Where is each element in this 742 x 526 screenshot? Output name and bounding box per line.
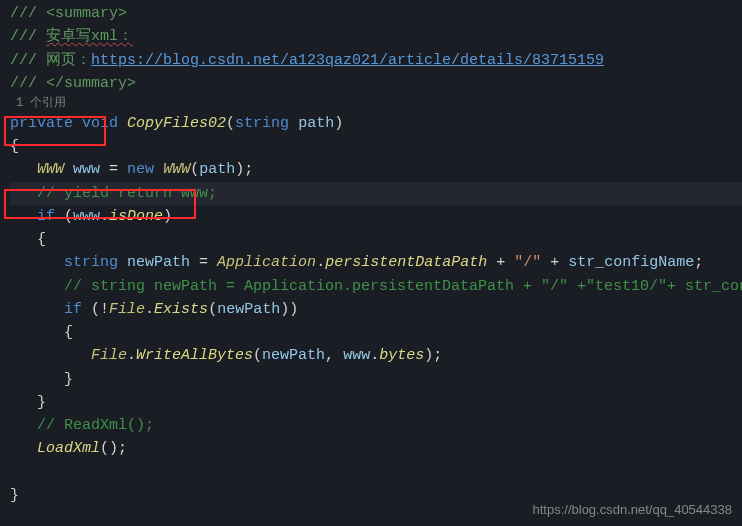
comment-newpath-alt: // string newPath = Application.persiste… <box>64 278 742 295</box>
kw-string: string <box>64 254 118 271</box>
comment-readxml: // ReadXml(); <box>37 417 154 434</box>
method-exists: Exists <box>154 301 208 318</box>
class-file: File <box>109 301 145 318</box>
watermark-text: https://blog.csdn.net/qq_40544338 <box>533 500 733 520</box>
brace-open: { <box>10 138 19 155</box>
doc-android-text: 安卓写xml： <box>46 28 133 45</box>
op-not: ! <box>100 301 109 318</box>
ctor-www: WWW <box>163 161 190 178</box>
highlighted-line: // yield return www; <box>10 182 742 205</box>
class-application: Application <box>217 254 316 271</box>
doc-url-link[interactable]: https://blog.csdn.net/a123qaz021/article… <box>91 52 604 69</box>
var-strconfigname: str_configName <box>568 254 694 271</box>
brace-close: } <box>10 487 19 504</box>
method-writeallbytes: WriteAllBytes <box>136 347 253 364</box>
type-www: WWW <box>37 161 64 178</box>
var-newpath: newPath <box>127 254 190 271</box>
kw-private: private <box>10 115 73 132</box>
kw-void: void <box>82 115 118 132</box>
comment-yield-return: // yield return www; <box>37 185 217 202</box>
prop-bytes: bytes <box>379 347 424 364</box>
doc-summary-close: /// </summary> <box>10 75 136 92</box>
code-block: /// <summary> /// 安卓写xml： /// 网页：https:/… <box>0 0 742 507</box>
var-www: www <box>73 161 100 178</box>
str-slash: "/" <box>514 254 541 271</box>
method-signature: private void CopyFiles02(string path) <box>10 112 742 135</box>
arg-path: path <box>199 161 235 178</box>
prop-persistentdatapath: persistentDataPath <box>325 254 487 271</box>
doc-android-prefix: /// <box>10 28 46 45</box>
doc-url-prefix: /// 网页： <box>10 52 91 69</box>
param-type: string <box>235 115 289 132</box>
prop-isdone: isDone <box>109 208 163 225</box>
method-name: CopyFiles02 <box>127 115 226 132</box>
doc-summary-open: /// <summary> <box>10 5 127 22</box>
codelens-references[interactable]: 1 个引用 <box>10 95 742 112</box>
kw-if: if <box>37 208 55 225</box>
param-name: path <box>298 115 334 132</box>
call-loadxml: LoadXml <box>37 440 100 457</box>
kw-new: new <box>127 161 154 178</box>
